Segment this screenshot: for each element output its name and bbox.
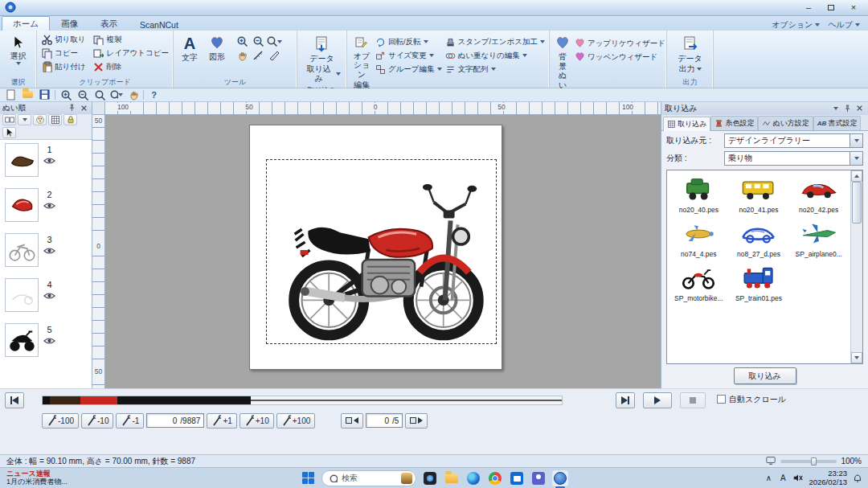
text-layout-button[interactable]: 文字配列: [444, 63, 547, 76]
sew-order-item[interactable]: 5: [5, 323, 92, 368]
stop-button[interactable]: [680, 392, 706, 408]
zoom-select-button[interactable]: [109, 88, 123, 100]
taskbar-app-chrome[interactable]: [487, 470, 503, 486]
go-to-start-button[interactable]: [5, 392, 24, 408]
scrollbar-track[interactable]: [851, 182, 862, 352]
lock-button[interactable]: [63, 114, 77, 125]
notification-bell-icon[interactable]: [852, 473, 863, 484]
paste-button[interactable]: 貼り付け: [39, 60, 91, 74]
library-item[interactable]: no20_42.pes: [788, 172, 849, 216]
background-sew-button[interactable]: 背景ぬい: [552, 33, 573, 92]
rotate-flip-button[interactable]: 回転/反転: [374, 35, 444, 49]
open-file-button[interactable]: [21, 88, 35, 100]
taskbar-app-pedesign-active[interactable]: [552, 470, 568, 486]
sew-order-thumbnail-detail[interactable]: [5, 278, 39, 312]
select-tool-button[interactable]: 選択: [7, 33, 30, 68]
ime-indicator[interactable]: A: [778, 474, 788, 482]
new-document-button[interactable]: [4, 88, 18, 100]
tab-scanncut[interactable]: ScanNCut: [129, 18, 190, 31]
scrollbar-thumb[interactable]: [852, 182, 862, 223]
scroll-up-arrow[interactable]: [851, 170, 862, 182]
fit-view-icon[interactable]: [765, 455, 776, 467]
panel-close-icon[interactable]: [79, 103, 89, 113]
sew-order-thumbnail-tank[interactable]: [5, 188, 39, 222]
library-item[interactable]: no20_41.pes: [729, 172, 789, 216]
stitch-forward-100-button[interactable]: +100: [276, 413, 316, 429]
stamp-emboss-button[interactable]: スタンプ/エンボス加工: [444, 35, 547, 49]
close-button[interactable]: ×: [842, 1, 865, 14]
resize-button[interactable]: サイズ変更: [374, 49, 444, 63]
measure-tool-button[interactable]: [250, 49, 266, 64]
library-item[interactable]: no8_27_d.pes: [729, 216, 789, 260]
pan-button[interactable]: [126, 88, 140, 100]
maximize-button[interactable]: [820, 1, 842, 14]
category-dropdown[interactable]: 乗り物: [724, 151, 863, 166]
delete-button[interactable]: 削除: [91, 60, 170, 74]
tab-view[interactable]: 表示: [89, 16, 129, 31]
zoom-in-button[interactable]: [234, 35, 250, 49]
sew-order-thumbnail-seat[interactable]: [5, 143, 39, 177]
help-button[interactable]: ?: [147, 88, 161, 100]
zoom-slider-thumb[interactable]: [811, 457, 817, 465]
library-item[interactable]: SP_motorbike...: [669, 260, 729, 305]
sew-order-item[interactable]: 1: [5, 143, 92, 188]
minimize-button[interactable]: –: [797, 1, 820, 14]
options-menu[interactable]: オプション: [772, 19, 820, 31]
news-widget[interactable]: ニュース速報 1月の米消費者物...: [0, 470, 121, 486]
tray-chevron-up[interactable]: ∧: [764, 474, 773, 482]
pointer-button[interactable]: [2, 127, 16, 138]
text-tool-button[interactable]: A 文字: [176, 33, 203, 65]
selection-box[interactable]: [266, 159, 497, 344]
sew-order-item[interactable]: 4: [5, 278, 92, 323]
applique-wizard-button[interactable]: アップリケウィザード: [573, 37, 667, 51]
panel-close-icon[interactable]: [854, 104, 865, 113]
sew-order-item[interactable]: 2: [5, 188, 92, 233]
color-palette-button[interactable]: [33, 114, 47, 125]
tab-sew-settings[interactable]: ぬい方設定: [758, 116, 813, 130]
taskbar-app-explorer[interactable]: [444, 470, 460, 486]
stitch-back-10-button[interactable]: -10: [81, 413, 113, 429]
library-item[interactable]: SP_airplane0...: [788, 216, 849, 260]
taskbar-app-copilot[interactable]: [422, 470, 438, 486]
panel-chevron-icon[interactable]: [830, 104, 841, 113]
taskbar-search[interactable]: 検索: [321, 470, 416, 486]
help-menu[interactable]: ヘルプ: [828, 19, 860, 31]
design-canvas[interactable]: [105, 115, 661, 388]
cut-button[interactable]: 切り取り: [39, 33, 91, 47]
pan-tool-button[interactable]: [234, 49, 250, 64]
group-edit-button[interactable]: グループ編集: [374, 63, 444, 76]
shape-tool-button[interactable]: 図形: [203, 33, 231, 64]
color-count-field[interactable]: 0/5: [366, 413, 403, 428]
data-import-button[interactable]: データ 取り込み: [300, 33, 344, 86]
zoom-slider[interactable]: [780, 460, 837, 463]
dropdown-arrow-icon[interactable]: [850, 134, 862, 147]
taskbar-app-store[interactable]: [509, 470, 525, 486]
zoom-out-button[interactable]: [250, 35, 266, 49]
overlap-edit-button[interactable]: ぬい重なりの編集: [444, 49, 547, 63]
frame-select-button[interactable]: [2, 114, 16, 125]
play-button[interactable]: [643, 392, 672, 408]
zoom-out-button[interactable]: [76, 88, 89, 100]
panel-pin-icon[interactable]: [67, 103, 77, 113]
library-scrollbar[interactable]: [850, 170, 862, 363]
stitch-forward-10-button[interactable]: +10: [240, 413, 274, 429]
start-button[interactable]: [300, 470, 316, 486]
stitch-progress-bar[interactable]: [42, 396, 563, 405]
tab-text-format[interactable]: AB書式設定: [813, 116, 862, 130]
stitch-forward-1-button[interactable]: +1: [207, 413, 236, 429]
layout-copy-button[interactable]: レイアウトコピー: [91, 47, 170, 60]
motorcycle-design[interactable]: [267, 160, 497, 345]
stitch-count-field[interactable]: 0/9887: [146, 413, 204, 428]
tab-home[interactable]: ホーム: [2, 16, 50, 31]
option-edit-button[interactable]: オプション 編集: [350, 33, 374, 92]
copy-button[interactable]: コピー: [39, 47, 91, 60]
visibility-eye-icon[interactable]: [43, 292, 55, 301]
taskbar-clock[interactable]: 23:23 2026/02/13: [809, 470, 847, 486]
previous-color-button[interactable]: [341, 413, 363, 429]
source-dropdown[interactable]: デザインライブラリー: [724, 133, 863, 148]
stipple-tool-button[interactable]: [266, 49, 282, 64]
taskbar-app-teams[interactable]: [530, 470, 547, 486]
frame-mode-dropdown[interactable]: [18, 114, 31, 125]
speaker-muted-icon[interactable]: [792, 473, 804, 483]
go-to-end-button[interactable]: [616, 392, 635, 408]
